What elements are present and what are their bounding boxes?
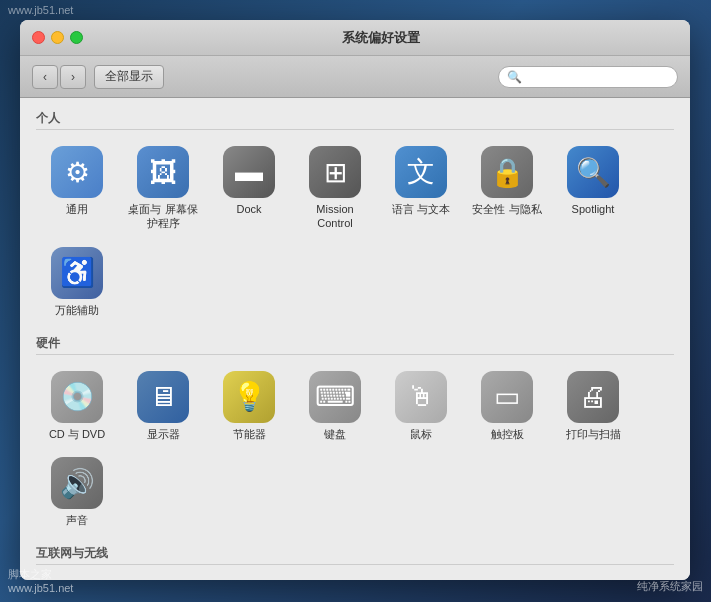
titlebar: 系统偏好设置 (20, 20, 690, 56)
section-label-internet: 互联网与无线 (36, 545, 674, 565)
icon-item-general[interactable]: ⚙通用 (36, 140, 118, 237)
section-internet: 互联网与无线☁iCloud@邮件、通讯录、 日历☁MobileMe🌐网络❄蓝牙📁… (36, 545, 674, 580)
icon-item-display[interactable]: 🖥显示器 (122, 365, 204, 447)
icon-accessibility: ♿ (51, 247, 103, 299)
search-icon: 🔍 (507, 70, 522, 84)
icon-label-sound: 声音 (66, 513, 88, 527)
icon-trackpad: ▭ (481, 371, 533, 423)
icon-label-general: 通用 (66, 202, 88, 216)
maximize-button[interactable] (70, 31, 83, 44)
icon-item-network[interactable]: 🌐网络 (294, 575, 376, 580)
icon-grid-personal: ⚙通用🖼桌面与 屏幕保护程序▬Dock⊞Mission Control文语言 与… (36, 136, 674, 327)
icon-general: ⚙ (51, 146, 103, 198)
icon-energy: 💡 (223, 371, 275, 423)
icon-item-keyboard[interactable]: ⌨键盘 (294, 365, 376, 447)
icon-item-security[interactable]: 🔒安全性 与隐私 (466, 140, 548, 237)
icon-label-mouse: 鼠标 (410, 427, 432, 441)
icon-grid-internet: ☁iCloud@邮件、通讯录、 日历☁MobileMe🌐网络❄蓝牙📁共享 (36, 571, 674, 580)
icon-item-desktop[interactable]: 🖼桌面与 屏幕保护程序 (122, 140, 204, 237)
back-button[interactable]: ‹ (32, 65, 58, 89)
content-area: 个人⚙通用🖼桌面与 屏幕保护程序▬Dock⊞Mission Control文语言… (20, 98, 690, 580)
watermark-bottom-right: 纯净系统家园 (637, 579, 703, 594)
icon-label-display: 显示器 (147, 427, 180, 441)
icon-item-cddvd[interactable]: 💿CD 与 DVD (36, 365, 118, 447)
nav-buttons: ‹ › (32, 65, 86, 89)
system-preferences-window: 系统偏好设置 ‹ › 全部显示 🔍 个人⚙通用🖼桌面与 屏幕保护程序▬Dock⊞… (20, 20, 690, 580)
search-input[interactable] (526, 70, 676, 84)
icon-item-mission[interactable]: ⊞Mission Control (294, 140, 376, 237)
icon-label-desktop: 桌面与 屏幕保护程序 (126, 202, 200, 231)
window-title: 系统偏好设置 (83, 29, 678, 47)
icon-item-energy[interactable]: 💡节能器 (208, 365, 290, 447)
icon-label-security: 安全性 与隐私 (472, 202, 541, 216)
section-label-personal: 个人 (36, 110, 674, 130)
icon-item-bluetooth[interactable]: ❄蓝牙 (380, 575, 462, 580)
close-button[interactable] (32, 31, 45, 44)
icon-sound: 🔊 (51, 457, 103, 509)
icon-item-print[interactable]: 🖨打印与扫描 (552, 365, 634, 447)
icon-cddvd: 💿 (51, 371, 103, 423)
icon-item-trackpad[interactable]: ▭触控板 (466, 365, 548, 447)
icon-label-accessibility: 万能辅助 (55, 303, 99, 317)
icon-label-spotlight: Spotlight (572, 202, 615, 216)
icon-item-mail[interactable]: @邮件、通讯录、 日历 (122, 575, 204, 580)
icon-item-language[interactable]: 文语言 与文本 (380, 140, 462, 237)
traffic-lights (32, 31, 83, 44)
icon-label-language: 语言 与文本 (392, 202, 450, 216)
icon-item-mobileme[interactable]: ☁MobileMe (208, 575, 290, 580)
icon-label-print: 打印与扫描 (566, 427, 621, 441)
section-personal: 个人⚙通用🖼桌面与 屏幕保护程序▬Dock⊞Mission Control文语言… (36, 110, 674, 327)
icon-desktop: 🖼 (137, 146, 189, 198)
icon-display: 🖥 (137, 371, 189, 423)
icon-label-keyboard: 键盘 (324, 427, 346, 441)
show-all-button[interactable]: 全部显示 (94, 65, 164, 89)
icon-dock: ▬ (223, 146, 275, 198)
forward-button[interactable]: › (60, 65, 86, 89)
icon-label-dock: Dock (236, 202, 261, 216)
icon-label-energy: 节能器 (233, 427, 266, 441)
section-label-hardware: 硬件 (36, 335, 674, 355)
toolbar: ‹ › 全部显示 🔍 (20, 56, 690, 98)
icon-spotlight: 🔍 (567, 146, 619, 198)
icon-label-cddvd: CD 与 DVD (49, 427, 105, 441)
icon-mouse: 🖱 (395, 371, 447, 423)
minimize-button[interactable] (51, 31, 64, 44)
icon-item-spotlight[interactable]: 🔍Spotlight (552, 140, 634, 237)
watermark-top: www.jb51.net (8, 4, 73, 16)
icon-print: 🖨 (567, 371, 619, 423)
icon-language: 文 (395, 146, 447, 198)
icon-item-dock[interactable]: ▬Dock (208, 140, 290, 237)
icon-label-trackpad: 触控板 (491, 427, 524, 441)
icon-item-sound[interactable]: 🔊声音 (36, 451, 118, 533)
icon-item-mouse[interactable]: 🖱鼠标 (380, 365, 462, 447)
icon-security: 🔒 (481, 146, 533, 198)
icon-keyboard: ⌨ (309, 371, 361, 423)
icon-label-mission: Mission Control (298, 202, 372, 231)
icon-grid-hardware: 💿CD 与 DVD🖥显示器💡节能器⌨键盘🖱鼠标▭触控板🖨打印与扫描🔊声音 (36, 361, 674, 538)
icon-item-accessibility[interactable]: ♿万能辅助 (36, 241, 118, 323)
icon-item-sharing[interactable]: 📁共享 (466, 575, 548, 580)
watermark-bottom-left: 脚本之家 www.jb51.net (8, 567, 73, 594)
search-box: 🔍 (498, 66, 678, 88)
icon-mission: ⊞ (309, 146, 361, 198)
section-hardware: 硬件💿CD 与 DVD🖥显示器💡节能器⌨键盘🖱鼠标▭触控板🖨打印与扫描🔊声音 (36, 335, 674, 538)
